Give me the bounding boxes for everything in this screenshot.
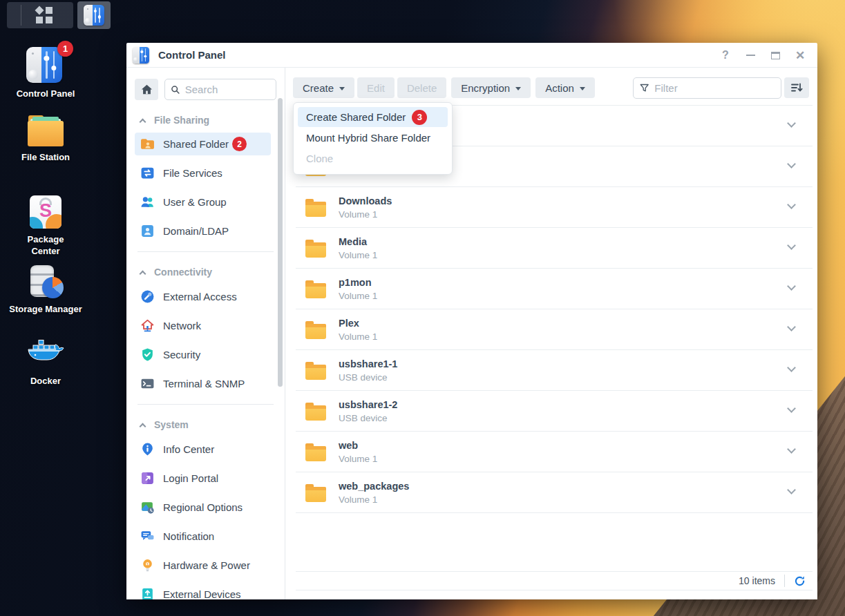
sidebar-item-label: Terminal & SNMP [163, 378, 245, 389]
menu-item-create-shared-folder[interactable]: Create Shared Folder 3 [298, 107, 448, 127]
window-title: Control Panel [158, 49, 226, 61]
search-icon [171, 84, 180, 95]
expand-chevron-icon[interactable] [787, 363, 796, 372]
create-button[interactable]: Create [293, 77, 354, 98]
filter-field[interactable] [633, 77, 781, 99]
expand-chevron-icon[interactable] [787, 445, 796, 454]
sidebar-scrollbar[interactable] [278, 98, 283, 387]
sidebar-search[interactable] [164, 79, 276, 100]
sort-descending-icon [790, 81, 803, 94]
folder-icon [305, 487, 326, 502]
desktop-icon-package-center[interactable]: S Package Center [4, 195, 87, 257]
folder-location: Volume 1 [339, 250, 377, 260]
folder-name: web_packages [339, 480, 409, 492]
home-icon [140, 83, 153, 96]
sidebar-item-notification[interactable]: Notification [135, 525, 271, 548]
external-access-icon [140, 289, 155, 304]
encryption-button[interactable]: Encryption [451, 77, 531, 98]
sidebar-item-label: Network [163, 320, 201, 331]
desktop-icon-label: Docker [4, 375, 87, 387]
folder-name: usbshare1-2 [339, 398, 397, 411]
folder-row[interactable]: web Volume 1 [296, 432, 813, 472]
sidebar-item-external-access[interactable]: External Access [135, 285, 271, 308]
control-panel-icon [84, 5, 104, 26]
folder-row[interactable]: p1mon Volume 1 [296, 269, 813, 309]
menu-item-clone: Clone [298, 148, 448, 169]
section-system[interactable]: System [140, 418, 274, 431]
file-services-icon [140, 166, 155, 180]
folder-icon [305, 365, 326, 380]
minimize-button[interactable] [743, 48, 758, 63]
window-titlebar[interactable]: Control Panel ? ✕ [126, 43, 817, 68]
desktop-icon-label: Control Panel [4, 88, 87, 99]
expand-chevron-icon[interactable] [787, 404, 796, 413]
home-button[interactable] [135, 79, 158, 100]
sidebar-item-shared-folder[interactable]: Shared Folder 2 [135, 133, 271, 155]
sort-button[interactable] [784, 77, 809, 98]
sidebar-item-file-services[interactable]: File Services [135, 162, 271, 184]
sidebar-item-label: File Services [163, 167, 222, 179]
help-button[interactable]: ? [718, 48, 733, 63]
terminal-icon [140, 376, 155, 391]
sidebar-item-user-group[interactable]: User & Group [135, 191, 271, 213]
expand-chevron-icon[interactable] [787, 485, 796, 494]
sidebar-item-regional-options[interactable]: Regional Options [135, 496, 271, 519]
folder-name: Media [339, 235, 377, 248]
section-file-sharing[interactable]: File Sharing [140, 114, 274, 126]
sidebar-item-security[interactable]: Security [135, 343, 271, 366]
close-button[interactable]: ✕ [792, 48, 808, 63]
sidebar-item-label: Notification [163, 530, 214, 542]
folder-location: Volume 1 [339, 209, 392, 220]
action-button[interactable]: Action [535, 77, 595, 98]
control-panel-icon [133, 47, 149, 64]
folder-icon [305, 405, 326, 421]
sidebar-item-login-portal[interactable]: Login Portal [135, 467, 271, 490]
desktop-icon-control-panel[interactable]: 1 Control Panel [4, 47, 87, 99]
sidebar-item-domain-ldap[interactable]: Domain/LDAP [135, 220, 271, 242]
filter-input[interactable] [654, 82, 775, 94]
expand-chevron-icon[interactable] [787, 282, 796, 291]
folder-row[interactable]: usbshare1-2 USB device [296, 391, 813, 432]
expand-chevron-icon[interactable] [787, 241, 796, 250]
control-panel-icon [26, 47, 62, 83]
sidebar-item-terminal-snmp[interactable]: Terminal & SNMP [135, 372, 271, 395]
sidebar-item-label: External Access [163, 291, 237, 302]
shared-folder-panel: Create Edit Delete Encryption Action [285, 68, 817, 599]
desktop-icon-docker[interactable]: Docker [4, 338, 87, 387]
folder-icon [305, 202, 326, 217]
folder-row[interactable]: Downloads Volume 1 [296, 187, 813, 228]
desktop-icon-file-station[interactable]: File Station [4, 115, 87, 163]
sidebar-item-external-devices[interactable]: External Devices [135, 583, 271, 599]
taskbar-control-panel-button[interactable] [77, 1, 111, 29]
user-group-icon [140, 195, 155, 209]
sidebar-item-info-center[interactable]: Info Center [135, 438, 271, 461]
sidebar-item-network[interactable]: Network [135, 314, 271, 337]
refresh-button[interactable] [794, 575, 810, 587]
expand-chevron-icon[interactable] [787, 119, 796, 128]
folder-row[interactable]: usbshare1-1 USB device [296, 350, 813, 391]
sidebar-item-label: Login Portal [163, 472, 218, 484]
expand-chevron-icon[interactable] [787, 160, 796, 169]
maximize-button[interactable] [768, 48, 783, 63]
sidebar-divider [137, 404, 274, 405]
folder-row[interactable]: Media Volume 1 [296, 228, 813, 269]
security-shield-icon [140, 347, 155, 362]
section-connectivity[interactable]: Connectivity [140, 266, 274, 278]
sidebar-item-hardware-power[interactable]: 1 Hardware & Power [135, 554, 271, 577]
notification-count-badge: 1 [57, 41, 73, 57]
section-label: Connectivity [154, 267, 212, 278]
expand-chevron-icon[interactable] [787, 200, 796, 209]
menu-item-mount-hybrid-share-folder[interactable]: Mount Hybrid Share Folder [298, 128, 448, 148]
folder-row[interactable]: Plex Volume 1 [296, 309, 813, 350]
sidebar-item-label: Regional Options [163, 501, 243, 513]
shared-folder-icon [140, 137, 155, 151]
chevron-up-icon [140, 270, 146, 277]
folder-row[interactable]: web_packages Volume 1 [296, 472, 813, 513]
chevron-up-icon [140, 423, 146, 430]
search-input[interactable] [185, 84, 270, 95]
expand-chevron-icon[interactable] [787, 323, 796, 331]
taskbar-launcher-panel[interactable] [7, 2, 73, 28]
desktop-icon-label: Storage Manager [4, 303, 87, 315]
desktop-icon-storage-manager[interactable]: Storage Manager [4, 265, 87, 315]
app-launcher-grid-icon[interactable] [36, 7, 53, 23]
